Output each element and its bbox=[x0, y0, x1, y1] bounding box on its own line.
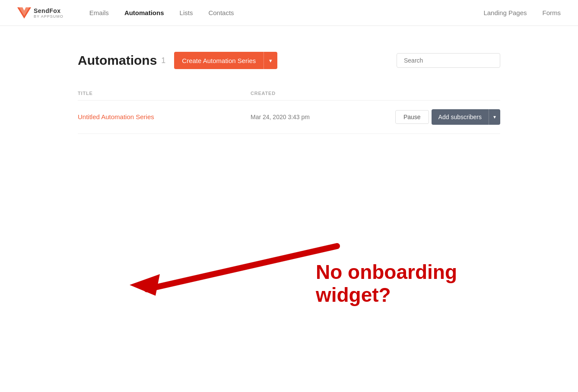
main-content: Automations 1 Create Automation Series ▾… bbox=[0, 26, 578, 332]
nav-landing-pages[interactable]: Landing Pages bbox=[483, 9, 527, 16]
add-subscribers-dropdown-arrow[interactable]: ▾ bbox=[489, 109, 500, 125]
col-actions bbox=[388, 91, 500, 96]
pause-button[interactable]: Pause bbox=[395, 110, 429, 124]
svg-line-2 bbox=[147, 246, 337, 289]
annotation-text: No onboarding widget? bbox=[316, 261, 457, 307]
logo-appsumo: BY APPSUMO bbox=[34, 14, 64, 19]
automation-title-link[interactable]: Untitled Automation Series bbox=[78, 113, 154, 120]
navbar: SendFox BY APPSUMO Emails Automations Li… bbox=[0, 0, 578, 26]
table-header: TITLE CREATED bbox=[78, 86, 500, 101]
nav-right: Landing Pages Forms bbox=[483, 9, 561, 16]
row-created-cell: Mar 24, 2020 3:43 pm bbox=[251, 114, 388, 120]
col-created: CREATED bbox=[251, 91, 388, 96]
create-automation-label: Create Automation Series bbox=[174, 52, 264, 69]
add-subscribers-label: Add subscribers bbox=[432, 109, 489, 125]
row-title-cell: Untitled Automation Series bbox=[78, 113, 251, 121]
nav-automations[interactable]: Automations bbox=[124, 9, 164, 16]
page-header: Automations 1 Create Automation Series ▾ bbox=[78, 52, 500, 69]
logo-name: SendFox bbox=[34, 7, 64, 14]
logo-icon bbox=[17, 7, 31, 19]
annotation-line1: No onboarding bbox=[316, 261, 457, 284]
nav-lists[interactable]: Lists bbox=[180, 9, 193, 16]
annotation-area: No onboarding widget? bbox=[78, 220, 500, 315]
nav-left: Emails Automations Lists Contacts bbox=[89, 9, 234, 16]
create-automation-dropdown-arrow[interactable]: ▾ bbox=[264, 52, 277, 69]
annotation-arrow bbox=[104, 237, 346, 302]
nav-emails[interactable]: Emails bbox=[89, 9, 109, 16]
page-count: 1 bbox=[161, 56, 165, 65]
create-automation-button[interactable]: Create Automation Series ▾ bbox=[174, 52, 277, 69]
svg-marker-3 bbox=[130, 274, 160, 296]
nav-forms[interactable]: Forms bbox=[543, 9, 561, 16]
page-title: Automations bbox=[78, 53, 157, 68]
annotation-line2: widget? bbox=[316, 284, 457, 307]
search-input[interactable] bbox=[397, 53, 500, 68]
row-actions-cell: Pause Add subscribers ▾ bbox=[388, 109, 500, 125]
table-row: Untitled Automation Series Mar 24, 2020 … bbox=[78, 101, 500, 134]
col-title: TITLE bbox=[78, 91, 251, 96]
nav-contacts[interactable]: Contacts bbox=[208, 9, 234, 16]
add-subscribers-button[interactable]: Add subscribers ▾ bbox=[432, 109, 500, 125]
logo[interactable]: SendFox BY APPSUMO bbox=[17, 7, 64, 19]
